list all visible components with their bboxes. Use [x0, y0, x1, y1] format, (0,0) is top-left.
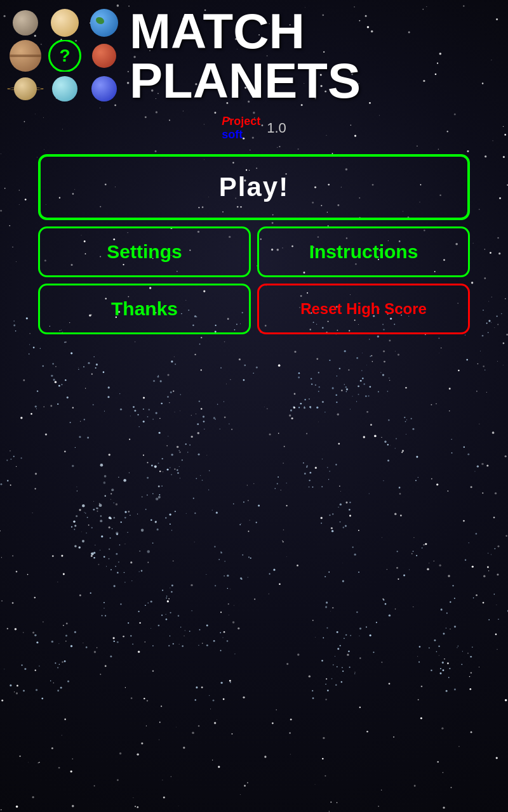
brand-row: Project soft 1.0 [222, 115, 286, 141]
planet-cell-9 [85, 73, 123, 105]
button-row-2: Thanks Reset High Score [38, 284, 470, 334]
brand-logo: Project soft [222, 115, 260, 141]
planet-cell-4 [6, 40, 44, 72]
title-line1: MATCH [130, 6, 361, 56]
thanks-button[interactable]: Thanks [38, 284, 251, 334]
planet-grid: ? [6, 7, 123, 105]
app-title: MATCH PLANETS [130, 6, 361, 105]
brand-project-text: Project [222, 115, 260, 128]
question-icon: ? [48, 40, 81, 72]
instructions-button[interactable]: Instructions [257, 226, 470, 277]
earth-icon [90, 9, 118, 37]
brand-soft-text: soft [222, 128, 243, 141]
buttons-section: Play! Settings Instructions Thanks Reset… [38, 154, 470, 334]
play-button[interactable]: Play! [38, 154, 470, 220]
planet-cell-3 [85, 7, 123, 39]
mars-icon [92, 44, 116, 68]
title-line2: PLANETS [130, 56, 361, 105]
settings-button[interactable]: Settings [38, 226, 251, 277]
reset-high-score-button[interactable]: Reset High Score [257, 284, 470, 334]
saturn-container [8, 75, 43, 103]
uranus-icon [52, 76, 77, 102]
header: ? MATCH PLANETS [0, 0, 508, 112]
planet-cell-5: ? [46, 40, 84, 72]
saturn-icon [14, 77, 37, 100]
button-row-1: Settings Instructions [38, 226, 470, 277]
jupiter-icon [10, 40, 41, 72]
venus-icon [51, 9, 79, 37]
planet-cell-6 [85, 40, 123, 72]
planet-cell-2 [46, 7, 84, 39]
neptune-icon [91, 76, 117, 102]
mercury-icon [13, 10, 38, 36]
planet-cell-8 [46, 73, 84, 105]
planet-cell-1 [6, 7, 44, 39]
version-text: 1.0 [267, 120, 286, 136]
planet-cell-7 [6, 73, 44, 105]
